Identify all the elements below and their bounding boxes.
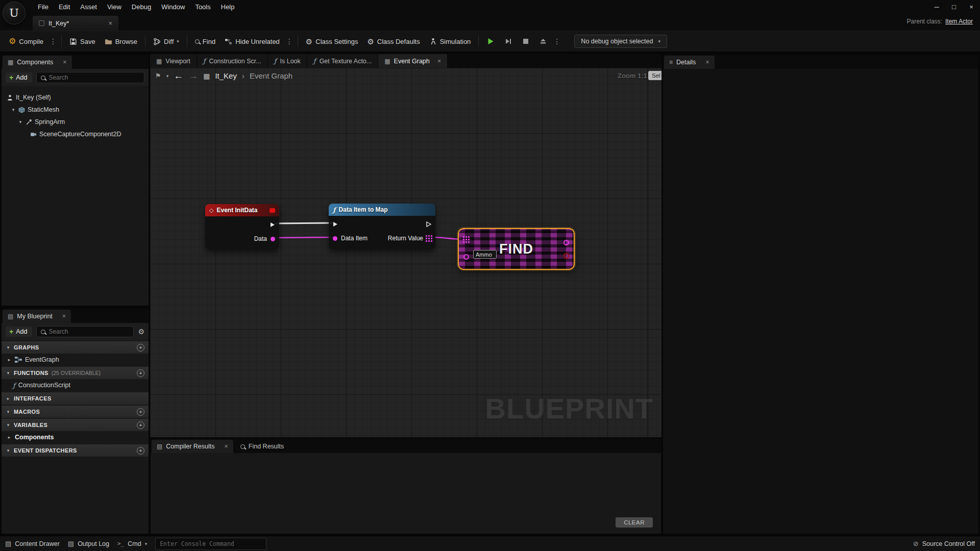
blueprint-filter-gear-icon[interactable]: ⚙ xyxy=(138,328,144,336)
clear-button[interactable]: CLEAR xyxy=(616,517,653,528)
add-event-dispatcher-button[interactable]: + xyxy=(137,447,144,455)
section-functions[interactable]: ▾ FUNCTIONS (25 OVERRIDABLE) + xyxy=(2,367,149,379)
debug-object-dropdown[interactable]: No debug object selected ▾ xyxy=(574,35,667,48)
close-window-button[interactable]: × xyxy=(963,0,980,14)
add-blueprint-member-button[interactable]: + Add xyxy=(6,327,32,337)
parent-class-link[interactable]: Item Actor xyxy=(945,18,973,25)
eject-button[interactable] xyxy=(534,34,552,48)
tab-find-results[interactable]: Find Results xyxy=(234,440,290,453)
play-options-icon[interactable]: ⋮ xyxy=(552,37,562,45)
tab-construction-script[interactable]: ƒ Construction Scr... xyxy=(197,54,268,68)
close-event-graph-tab-icon[interactable]: × xyxy=(437,58,441,65)
node-map-find[interactable]: FIND xyxy=(458,228,575,270)
asset-tab-it-key[interactable]: It_Key* × xyxy=(33,16,118,31)
menu-help[interactable]: Help xyxy=(216,1,240,13)
close-asset-tab-icon[interactable]: × xyxy=(108,19,112,27)
exec-out-pin[interactable] xyxy=(425,221,432,228)
minimize-button[interactable]: ─ xyxy=(928,0,945,14)
tab-compiler-results[interactable]: ▤ Compiler Results × xyxy=(152,440,233,453)
data-item-in-pin[interactable] xyxy=(332,235,338,242)
add-component-button[interactable]: + Add xyxy=(6,72,32,83)
console-command-input[interactable] xyxy=(155,538,266,550)
add-function-button[interactable]: + xyxy=(137,369,144,377)
simulation-button[interactable]: Simulation xyxy=(425,35,476,48)
add-macro-button[interactable]: + xyxy=(137,408,144,416)
menu-tools[interactable]: Tools xyxy=(190,1,215,13)
close-compiler-results-icon[interactable]: × xyxy=(225,443,228,450)
section-variables[interactable]: ▾ VARIABLES + xyxy=(2,419,149,431)
tree-row-scenecapture[interactable]: SceneCaptureComponent2D xyxy=(4,128,146,140)
tree-row-springarm[interactable]: ▾ SpringArm xyxy=(4,116,146,128)
browse-button[interactable]: Browse xyxy=(100,35,142,48)
save-button[interactable]: Save xyxy=(65,35,100,48)
navigate-back-icon[interactable]: ← xyxy=(174,71,183,81)
found-bool-out-pin[interactable] xyxy=(563,253,570,259)
item-construction-script[interactable]: ƒ ConstructionScript xyxy=(2,379,149,391)
bookmark-chevron-icon[interactable]: ▾ xyxy=(166,73,169,79)
section-expander-icon[interactable]: ▾ xyxy=(6,409,11,414)
compile-options-icon[interactable]: ⋮ xyxy=(48,37,58,45)
menu-asset[interactable]: Asset xyxy=(75,1,102,13)
tab-viewport[interactable]: ▦ Viewport xyxy=(150,54,197,68)
close-details-tab-icon[interactable]: × xyxy=(705,59,709,66)
stop-button[interactable] xyxy=(517,34,534,48)
item-expander-icon[interactable]: ▸ xyxy=(7,357,12,362)
tab-components[interactable]: ▦ Components × xyxy=(3,56,72,69)
cmd-dropdown[interactable]: >_ Cmd ▾ xyxy=(117,540,147,547)
add-graph-button[interactable]: + xyxy=(137,344,144,352)
maximize-button[interactable]: □ xyxy=(945,0,963,14)
section-expander-icon[interactable]: ▸ xyxy=(6,396,11,401)
close-my-blueprint-tab-icon[interactable]: × xyxy=(62,313,66,320)
frame-skip-button[interactable] xyxy=(500,34,517,48)
tab-get-texture-actor[interactable]: ƒ Get Texture Acto... xyxy=(307,54,378,68)
diff-button[interactable]: Diff ▾ xyxy=(149,35,184,48)
return-value-map-pin[interactable] xyxy=(426,235,432,242)
play-simulation-button[interactable] xyxy=(482,34,500,48)
section-interfaces[interactable]: ▸ INTERFACES xyxy=(2,392,149,405)
exec-in-pin[interactable] xyxy=(332,221,339,228)
data-out-pin[interactable] xyxy=(270,236,276,242)
add-variable-button[interactable]: + xyxy=(137,421,144,429)
menu-file[interactable]: File xyxy=(33,1,54,13)
key-in-pin[interactable] xyxy=(463,254,470,260)
section-expander-icon[interactable]: ▾ xyxy=(6,370,11,375)
source-control-button[interactable]: ⊘ Source Control Off xyxy=(913,540,975,547)
output-log-button[interactable]: ▤ Output Log xyxy=(68,540,109,547)
content-drawer-button[interactable]: ▤ Content Drawer xyxy=(5,540,60,547)
tab-event-graph[interactable]: ▦ Event Graph × xyxy=(378,54,448,68)
item-components-category[interactable]: ▸ Components xyxy=(2,431,149,443)
bookmark-flag-icon[interactable]: ⚑ xyxy=(155,72,161,80)
key-value-input[interactable] xyxy=(473,250,497,259)
tree-row-staticmesh[interactable]: ▾ StaticMesh xyxy=(4,104,146,116)
my-blueprint-search-input[interactable] xyxy=(48,328,129,335)
navigate-forward-icon[interactable]: → xyxy=(188,71,198,81)
expander-icon[interactable]: ▾ xyxy=(18,119,23,124)
menu-window[interactable]: Window xyxy=(156,1,190,13)
tree-row-root[interactable]: It_Key (Self) xyxy=(4,91,146,104)
components-search-input[interactable] xyxy=(48,74,140,81)
find-button[interactable]: Find xyxy=(190,35,220,48)
event-graph-canvas[interactable]: ⚑ ▾ ← → ▦ It_Key › Event Graph Zoom 1:1 … xyxy=(150,68,662,437)
menu-debug[interactable]: Debug xyxy=(127,1,156,13)
section-expander-icon[interactable]: ▾ xyxy=(6,345,11,350)
hide-unrelated-button[interactable]: Hide Unrelated xyxy=(220,35,284,48)
menu-edit[interactable]: Edit xyxy=(54,1,75,13)
exec-out-pin[interactable] xyxy=(269,221,276,228)
value-out-pin[interactable] xyxy=(563,239,570,246)
tab-is-look[interactable]: ƒ Is Look xyxy=(268,54,307,68)
item-expander-icon[interactable]: ▸ xyxy=(7,435,12,440)
section-expander-icon[interactable]: ▾ xyxy=(6,422,11,428)
close-components-tab-icon[interactable]: × xyxy=(63,59,66,66)
hide-unrelated-options-icon[interactable]: ⋮ xyxy=(284,37,295,45)
breadcrumb-root[interactable]: It_Key xyxy=(215,71,237,80)
target-map-in-pin[interactable] xyxy=(463,236,470,243)
section-macros[interactable]: ▾ MACROS + xyxy=(2,406,149,418)
class-defaults-button[interactable]: ⚙ Class Defaults xyxy=(362,35,424,48)
node-data-item-to-map[interactable]: ƒ Data Item to Map xyxy=(329,204,435,249)
tab-details[interactable]: ≡ Details × xyxy=(664,56,715,69)
tab-my-blueprint[interactable]: ▤ My Blueprint × xyxy=(3,310,71,323)
compile-button[interactable]: ⚙ Compile xyxy=(4,34,48,48)
node-event-initdata[interactable]: ◇ Event InitData Data xyxy=(205,204,279,250)
section-expander-icon[interactable]: ▾ xyxy=(6,448,11,453)
section-graphs[interactable]: ▾ GRAPHS + xyxy=(2,341,149,354)
